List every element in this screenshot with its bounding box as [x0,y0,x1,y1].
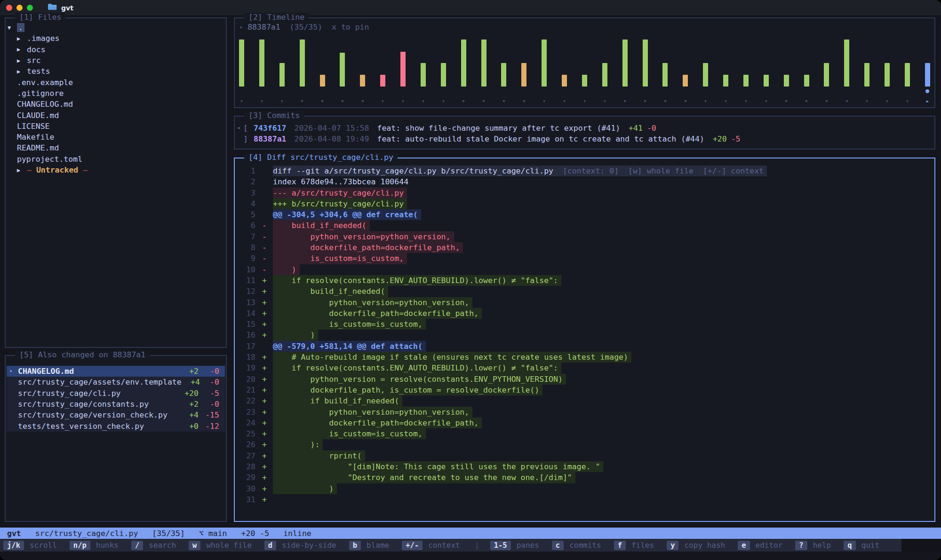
file-cursor-icon: ‣ [9,401,18,408]
commit-bar-slot-27[interactable] [764,39,769,87]
help-key-d[interactable]: d [264,541,276,550]
file-change-row-changelog-md[interactable]: ‣CHANGELOG.md+2-0 [7,366,225,377]
help-key-f[interactable]: f [614,541,626,550]
commit-bar-slot-25[interactable] [723,39,728,87]
commit-bar-slot-14[interactable] [501,39,506,87]
tree-row-changelog-md[interactable]: CHANGELOG.md [6,99,226,110]
commit-bar-slot-15[interactable] [521,39,526,87]
help-key-q[interactable]: q [844,541,855,550]
diff-text: --- a/src/trusty_cage/cli.py [273,189,404,197]
help-label-search: search [149,541,176,550]
commit-bar-slot-29[interactable] [804,39,809,87]
help-key-1-5[interactable]: 1-5 [490,541,511,550]
diff-text: build_if_needed( [273,221,367,230]
commit-dot-slot-24 [703,98,708,104]
commit-dot [826,100,828,102]
commit-bar-slot-17[interactable] [562,39,567,87]
diff-text: python_version=python_version, [273,408,469,417]
commit-bar-slot-28[interactable] [784,39,789,87]
diff-text: ): [273,440,319,449]
help-key-n-p[interactable]: n/p [70,541,90,550]
file-change-row-src-trusty-cage-assets-env-template[interactable]: ‣src/trusty_cage/assets/env.template+4-0 [7,377,225,387]
commit-bar-slot-23[interactable] [683,39,688,87]
commit-bar-slot-22[interactable] [662,39,668,87]
commit-bar-slot-16[interactable] [542,39,547,87]
minimize-button[interactable] [16,5,23,11]
tree-row-src[interactable]: ▶src [6,55,226,66]
tree-row-license[interactable]: LICENSE [6,121,226,132]
commit-bar-slot-33[interactable] [885,39,890,87]
commit-bar-slot-26[interactable] [743,39,749,87]
close-button[interactable] [6,5,12,11]
commit-bar [501,63,506,87]
commit-bar-slot-20[interactable] [622,39,628,87]
tree-row-claude-md[interactable]: CLAUDE.md [6,110,226,120]
commit-bar-slot-5[interactable] [320,39,325,87]
diff-line-content: if build_if_needed( [273,395,402,406]
help-key-w[interactable]: w [189,541,200,550]
help-label-quit: quit [861,541,880,550]
file-deletions: -0 [199,367,219,376]
help-key-root[interactable]: +/- [402,541,423,550]
commit-bar-slot-32[interactable] [864,39,869,87]
line-number: 27 [235,450,255,461]
commit-bar-slot-7[interactable] [360,39,365,87]
file-change-row-src-trusty-cage-constants-py[interactable]: ‣src/trusty_cage/constants.py+2-0 [7,399,225,410]
help-key-j-k[interactable]: j/k [3,541,24,550]
tree-row-tests[interactable]: ▶tests [6,66,226,77]
commit-bar-slot-34[interactable] [905,39,910,87]
commit-bar-slot-10[interactable] [421,39,426,87]
diff-line-content: is_custom=is_custom, [273,428,426,439]
commit-bar-slot-4[interactable] [300,39,305,87]
diff-text: rprint( [273,451,362,460]
file-change-row-src-trusty-cage-version-check-py[interactable]: ‣src/trusty_cage/version_check.py+4-15 [7,410,225,420]
help-divider [477,542,478,549]
tree-row-pyproject-toml[interactable]: pyproject.toml [6,154,226,165]
commit-row-88387a1[interactable]: ]88387a12026-04-08 19:49feat: auto-rebui… [235,134,934,144]
commit-dot-slot-4 [300,98,305,104]
tree-row-root[interactable]: ▼. [6,22,226,33]
commit-dot [382,100,384,102]
commit-bar-slot-11[interactable] [441,39,446,87]
commit-bar-slot-6[interactable] [340,39,345,87]
tree-row-readme-md[interactable]: README.md [6,142,226,153]
zoom-button[interactable] [27,5,33,11]
commit-bar-slot-1[interactable] [239,39,244,87]
tree-row-gitignore[interactable]: .gitignore [6,88,226,99]
line-number: 28 [235,461,255,472]
timeline-pin-hint: x to pin [332,23,369,32]
tree-row-untracked[interactable]: ▶— Untracked — [6,165,226,175]
commit-bar-slot-24[interactable] [703,39,708,87]
help-key-e[interactable]: e [738,541,750,550]
commit-bar-slot-8[interactable] [380,39,385,87]
tree-row-images[interactable]: ▶.images [6,33,226,44]
commit-dot [805,100,807,102]
line-number: 17 [235,341,255,352]
help-key-root[interactable]: / [131,541,143,550]
file-change-row-src-trusty-cage-cli-py[interactable]: ‣src/trusty_cage/cli.py+20-5 [7,388,225,399]
commit-bar-slot-13[interactable] [481,39,486,87]
commit-bar-slot-21[interactable] [643,39,648,87]
diff-marker: - [262,242,267,253]
help-key-y[interactable]: y [667,541,678,550]
commit-bar-slot-3[interactable] [279,39,285,87]
tree-row-docs[interactable]: ▶docs [6,44,226,55]
commit-row-743f617[interactable]: ‣[743f6172026-04-07 15:58feat: show file… [235,123,934,134]
help-key-c[interactable]: c [552,541,564,550]
commit-bar-slot-31[interactable] [844,39,849,87]
tree-row-makefile[interactable]: Makefile [6,132,226,142]
commit-bar-slot-18[interactable] [582,39,587,87]
help-key-root[interactable]: ? [795,541,807,550]
file-change-row-tests-test-version-check-py[interactable]: ‣tests/test_version_check.py+0-12 [7,420,225,431]
commit-bar-slot-19[interactable] [602,39,607,87]
tree-row-env-example[interactable]: .env.example [6,77,226,87]
help-label-files: files [631,541,654,550]
commit-bar-slot-30[interactable] [824,39,829,87]
commit-bar-slot-9[interactable] [400,39,406,87]
commit-bar-slot-12[interactable] [461,39,466,87]
help-key-b[interactable]: b [349,541,361,550]
commit-dot [685,100,686,102]
folder-collapsed-icon: ▶ [17,68,27,75]
commit-bar-slot-35[interactable] [925,39,930,87]
commit-bar-slot-2[interactable] [259,39,264,87]
